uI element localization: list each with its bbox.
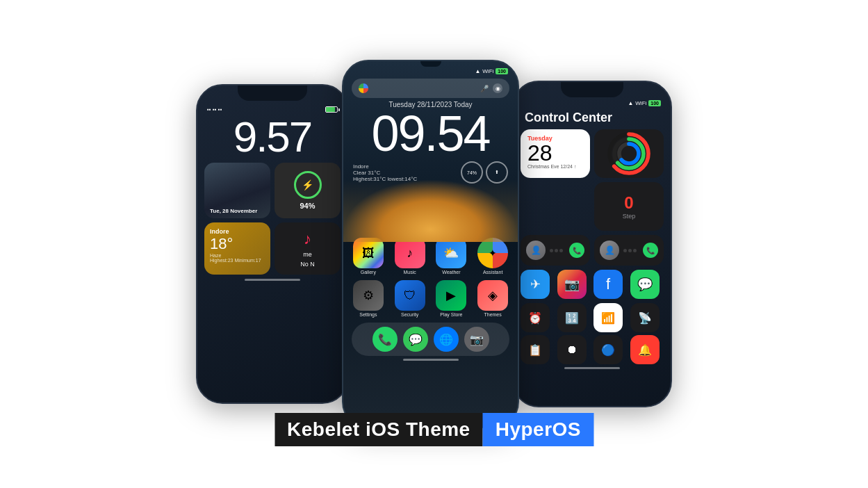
themes-label: Themes: [484, 312, 501, 317]
call-btn-2[interactable]: 📞: [643, 243, 658, 258]
phone-left: ▪▪ ▪▪ ▪▪ 9.57 Tue, 28 November ⚡: [196, 84, 349, 404]
activity-ring-card[interactable]: [594, 129, 664, 178]
app-settings-center[interactable]: ⚙ Settings: [349, 280, 388, 317]
contact-dots-2: [623, 249, 637, 252]
dot-5: [628, 249, 632, 252]
widgets-row2-left: Indore 18° Haze Highest:23 Minimum:17 ♪ …: [197, 222, 347, 275]
photo-date: Tue, 28 November: [210, 208, 257, 214]
weather-city-left: Indore: [210, 228, 265, 235]
contact-card-2[interactable]: 👤 📞: [594, 235, 664, 266]
step-count: 0: [624, 193, 633, 213]
contacts-row: 👤 📞 👤 📞: [514, 235, 671, 266]
mic-icon: 🎤: [480, 85, 489, 92]
controls-row-2: 📋 ⏺ 🔵 🔔: [514, 335, 671, 364]
notch-center: [420, 61, 441, 67]
battery-percent: 94%: [300, 202, 315, 210]
record-control[interactable]: ⏺: [557, 335, 587, 364]
google-icon: [359, 83, 368, 93]
photo-widget: Tue, 28 November: [204, 163, 270, 218]
dot-6: [633, 249, 637, 252]
avatar-2: 👤: [600, 241, 619, 260]
wifi-center: WiFi: [482, 68, 493, 74]
weather-city-center: Indore: [353, 163, 417, 170]
alarm-control[interactable]: ⏰: [521, 303, 550, 332]
calendar-event: Christmas Eve 12/24 ↑: [527, 164, 583, 169]
security-label: Security: [401, 312, 418, 317]
dot-2: [555, 249, 558, 252]
assistant-label: Assistant: [483, 270, 502, 275]
bell-control[interactable]: 🔔: [630, 335, 660, 364]
title-dark: Kebelet iOS Theme: [275, 413, 483, 446]
avatar-1: 👤: [526, 241, 546, 260]
notch-right: [561, 82, 623, 97]
weather-widget-left: Indore 18° Haze Highest:23 Minimum:17: [204, 222, 270, 275]
time-left: 9.57: [197, 115, 347, 158]
status-bar-right: ▲ WiFi 100: [514, 99, 671, 108]
step-card[interactable]: 0 Step: [594, 182, 664, 231]
settings-label: Settings: [359, 312, 377, 317]
signal-center: ▲: [475, 68, 480, 74]
moon-bg: [343, 179, 518, 242]
calculator-control[interactable]: 🔢: [557, 303, 587, 332]
weather-temp-left: 18°: [210, 235, 265, 253]
dock-camera[interactable]: 📷: [464, 327, 489, 352]
dot-3: [559, 249, 563, 252]
whatsapp-app[interactable]: 💬: [630, 270, 660, 299]
status-bar-center: ▲ WiFi 100: [343, 67, 518, 76]
title-bar: Kebelet iOS Theme HyperOS: [275, 413, 593, 446]
home-indicator-right: [564, 367, 620, 369]
right-top-col: 0 Step: [594, 129, 664, 231]
calendar-date-num: 28: [527, 142, 583, 164]
search-bar-center[interactable]: 🎤 ◉: [352, 79, 509, 98]
app-weather[interactable]: ⛅ Weather: [432, 238, 471, 275]
airdrop-control[interactable]: 📡: [630, 303, 660, 332]
battery-full-right: 100: [648, 100, 661, 106]
calendar-card[interactable]: Tuesday 28 Christmas Eve 12/24 ↑: [521, 129, 590, 178]
playstore-icon: ▶: [436, 280, 466, 311]
music-icon: ♪: [304, 230, 311, 248]
app-assistant[interactable]: ✦ Assistant: [473, 238, 512, 275]
phone-center: ▲ WiFi 100 🎤 ◉ Tuesday 28/11/2023 Today: [342, 60, 519, 428]
social-apps-grid: ✈ 📷 f 💬: [514, 270, 671, 299]
music-text: me: [303, 251, 312, 258]
security-icon: 🛡: [395, 280, 425, 311]
step-label: Step: [623, 213, 636, 220]
battery-full-center: 100: [496, 68, 508, 74]
weather-label-center: Weather: [442, 270, 460, 275]
title-blue: HyperOS: [483, 413, 593, 446]
facebook-app[interactable]: f: [593, 270, 623, 299]
app-security-center[interactable]: 🛡 Security: [391, 280, 429, 317]
call-btn-1[interactable]: 📞: [569, 243, 584, 258]
app-gallery[interactable]: 🖼 Gallery: [349, 238, 388, 275]
music-icon-center: ♪: [395, 238, 425, 268]
home-indicator-left: [245, 279, 300, 281]
app-themes-center[interactable]: ◈ Themes: [473, 280, 512, 317]
telegram-app[interactable]: ✈: [521, 270, 550, 299]
time-center: 09.54: [343, 108, 518, 158]
settings-icon: ⚙: [353, 280, 384, 311]
app-playstore-center[interactable]: ▶ Play Store: [432, 280, 471, 317]
screenshot-control[interactable]: 📋: [521, 335, 550, 364]
phone-right: ▲ WiFi 100 Control Center Tuesday 28 Chr…: [512, 81, 672, 407]
instagram-app[interactable]: 📷: [557, 270, 587, 299]
assistant-icon: ✦: [477, 238, 508, 268]
activity-ring-svg: [594, 129, 664, 178]
weather-minmax-left: Highest:23 Minimum:17: [210, 258, 265, 263]
app-music[interactable]: ♪ Music: [391, 238, 429, 275]
battery-icon-left: [325, 106, 338, 113]
dock-phone[interactable]: 📞: [372, 327, 398, 352]
battery-circle: ⚡: [294, 171, 322, 199]
contact-dots-1: [550, 249, 563, 252]
dock-messages[interactable]: 💬: [403, 327, 428, 352]
dot-1: [550, 249, 553, 252]
battery-widget: ⚡ 94%: [275, 163, 341, 218]
notch-left: [238, 86, 307, 101]
search-spacer: [372, 88, 476, 89]
bluetooth-control[interactable]: 🔵: [593, 335, 623, 364]
scene: ▪▪ ▪▪ ▪▪ 9.57 Tue, 28 November ⚡: [0, 0, 868, 488]
battery-lightning-icon: ⚡: [302, 179, 313, 190]
home-indicator-center: [403, 359, 459, 361]
dock-safari[interactable]: 🌐: [434, 327, 459, 352]
contact-card-1[interactable]: 👤 📞: [521, 235, 590, 266]
wifi-control[interactable]: 📶: [593, 303, 623, 332]
